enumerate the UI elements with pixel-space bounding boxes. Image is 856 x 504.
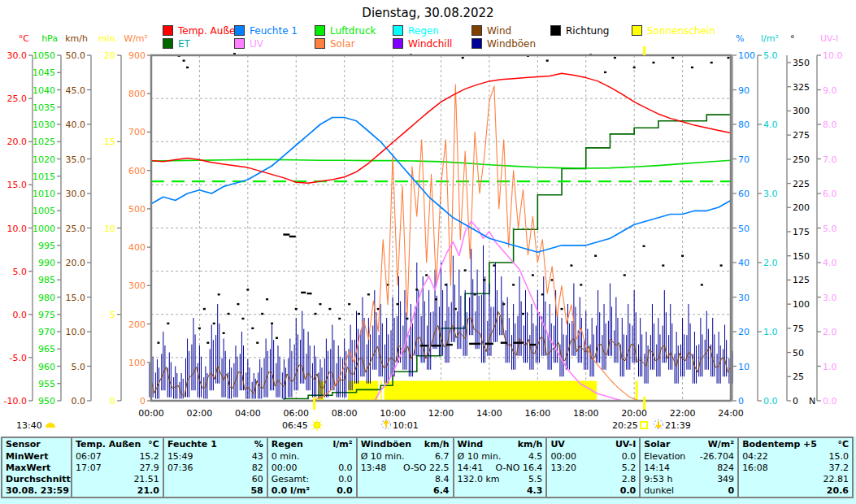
sun-moon-time: 13:40 [16,420,42,431]
axis-tick-label: 985 [38,275,55,285]
column-header: Windkm/h [454,438,546,451]
axis-tick-label: 955 [38,379,55,389]
row-label: MaxWert [2,463,71,474]
direction-dot [493,264,495,266]
axis-tick-label: 0.0 [763,396,778,406]
row-label: 30.08. 23:59 [2,485,71,497]
direction-dot [561,308,563,310]
table-cell: 132.0 km5.5 [454,474,546,485]
row-label: MinWert [2,451,71,463]
direction-dot [406,318,408,319]
axis-tick-label: 965 [38,344,55,354]
sunshine-bar [636,381,638,400]
axis-tick-label: 0 [140,396,146,406]
sunshine-bar [348,381,378,400]
axis-tick-label: 250 [793,154,810,165]
direction-dot [237,303,239,305]
axis-unit-label: W/m² [124,33,148,44]
direction-dash [514,341,524,343]
table-cell: 07:3682 [164,463,267,474]
statistics-panel: SensorMinWertMaxWertDurchschnitt30.08. 2… [0,437,856,504]
direction-dot [462,57,464,59]
axis-unit-label: °C [19,33,30,44]
direction-dot [502,303,505,305]
axis-tick-label: 0 [793,396,798,406]
direction-dot [662,264,664,266]
axis-UVI: 10.09.08.07.06.05.04.03.02.01.00.0UV-I [817,33,843,406]
axis-tick-label: 75 [793,324,804,334]
table-cell: 0.0 l/m²0.0 [268,485,356,497]
sun-moon-time: 20:25 [612,420,638,431]
axis-tick-label: 800 [128,89,146,99]
direction-dot [454,308,457,310]
axis-tick-label: 10 [104,224,115,234]
x-tick-label: 16:00 [524,408,550,419]
axis-tick-label: 9.0 [823,85,837,96]
axis-tick-label: 200 [128,319,146,330]
x-tick-label: 00:00 [138,408,164,419]
row-label: Sensor [2,438,71,451]
direction-dash [501,341,507,343]
statistics-table: SensorMinWertMaxWertDurchschnitt30.08. 2… [1,437,854,498]
direction-dot [223,332,225,334]
direction-dot [701,284,703,285]
direction-dash [446,344,453,345]
axis-tick-label: 25.0 [66,224,86,234]
direction-dash [420,345,428,346]
axis-C: 30.025.020.015.010.05.00.0-5.0-10.0°C [4,33,33,406]
direction-dot [198,328,201,329]
sunrise-icon [320,428,321,429]
axis-tick-label: 20 [738,327,750,337]
axis-kmh: 50.045.040.035.030.025.020.015.010.05.00… [65,33,91,406]
axis-tick-label: 5.0 [763,50,778,61]
axis-tick-label: 4.0 [763,119,778,130]
direction-dash [289,236,296,237]
direction-dot [681,255,684,257]
direction-dot [241,318,244,319]
table-cell: 21.51 [72,474,163,485]
axis-tick-label: 1020 [33,154,55,165]
direction-dot [338,318,341,319]
direction-dot [358,313,360,315]
sunrise-icon [313,428,314,429]
sunshine-bar [385,381,597,400]
sun-moon-time: 21:39 [665,420,691,431]
axis-tick-label: 400 [128,242,146,253]
direction-dot [246,289,249,290]
table-cell: 17:0727.9 [72,463,163,474]
direction-dot [652,62,654,63]
table-column-regen: Regenl/m²0 min.00:000.0Gesamt:0.00.0 l/m… [268,438,358,497]
table-cell: 06:0715.2 [72,451,163,463]
column-header: Temp. Außen°C [72,438,163,451]
table-cell: 0 min. [268,451,356,463]
axis-tick-label: 10.0 [7,224,28,234]
axis-tick-label: 1010 [33,189,55,199]
table-cell: 20.6 [739,485,852,497]
axis-tick-label: -10.0 [4,396,27,406]
axis-tick-label: 0 [738,396,744,406]
axis-tick-label: 0 [110,396,115,406]
axis-tick-label: -5.0 [10,353,27,363]
direction-dot [624,274,626,276]
direction-dot [720,264,723,266]
axis-north-label: N [809,396,815,406]
axis-tick-label: 5.0 [823,224,837,234]
axis-lm: 5.04.03.02.01.00.0l/m² [758,33,779,406]
direction-dot [315,313,317,315]
axis-tick-label: 200 [793,202,810,213]
sun-moon-time: 10:01 [393,420,419,431]
table-cell: 4.3 [454,485,546,497]
weather-chart-app: Dienstag, 30.08.2022 Temp. AußenFeuchte … [0,0,856,504]
axis-tick-label: 0.0 [13,310,28,320]
table-cell: 0.0 [547,485,639,497]
axis-tick-label: 1050 [33,50,55,61]
table-cell: Elevation-26.704 [641,451,737,463]
axis-tick-label: 975 [38,310,55,320]
axis-tick-label: 0.0 [823,396,837,406]
axis-tick-label: 20.0 [7,137,28,147]
axis-tick-label: 1000 [33,224,55,234]
x-axis-labels: 00:0002:0004:0006:0008:0010:0012:0014:00… [138,408,744,419]
axis-unit-label: l/m² [761,33,779,44]
sun-moon-markers: 13:4006:4510:0120:2521:39 [16,419,691,431]
table-column-sensor: SensorMinWertMaxWertDurchschnitt30.08. 2… [2,438,72,497]
